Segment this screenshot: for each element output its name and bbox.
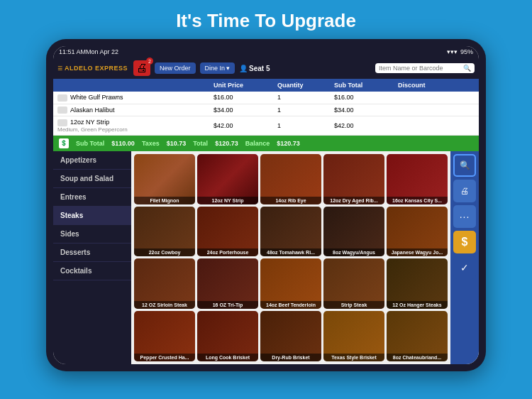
order-rows: White Gulf Prawns $16.00 1 $16.00 Alaska… [53, 92, 479, 136]
table-row[interactable]: White Gulf Prawns $16.00 1 $16.00 [53, 92, 479, 104]
menu-item-long-cook-brisket[interactable]: Long Cook Brisket [197, 311, 258, 361]
menu-item-14oz-tenderloin[interactable]: 14oz Beef Tenderloin [260, 258, 321, 309]
logo-text: ALDELO EXPRESS [65, 65, 128, 72]
item-subtotal: $34.00 [334, 106, 398, 114]
menu-item-japanese-wagyu[interactable]: Japanese Wagyu Jo... [387, 207, 448, 257]
menu-item-filet-mignon[interactable]: Filet Mignon [134, 154, 195, 204]
dollar-icon: $ [462, 236, 468, 248]
summary-icon: 💲 [59, 138, 69, 148]
top-nav: ≡ ALDELO EXPRESS 🖨 2 New Order Dine In ▾… [53, 58, 479, 79]
col-subtotal: Sub Total [334, 82, 398, 89]
status-time: 11:51 AM [59, 48, 86, 55]
menu-item-8oz-wagyu-angus[interactable]: 8oz Wagyu/Angus [323, 207, 384, 257]
col-quantity: Quantity [277, 82, 334, 89]
menu-item-16oz-tri-tip[interactable]: 16 OZ Tri-Tip [197, 258, 258, 309]
payment-button[interactable]: $ [453, 231, 476, 253]
printer-button[interactable]: 🖨 2 [133, 60, 150, 76]
print-button[interactable]: 🖨 [453, 180, 476, 202]
menu-item-12oz-hanger[interactable]: 12 Oz Hanger Steaks [387, 258, 448, 309]
page-title: It's Time To Upgrade [0, 0, 532, 39]
sidebar-item-entrees[interactable]: Entrees [53, 188, 131, 207]
item-note: Medium, Green Peppercorn [57, 126, 214, 133]
menu-item-12oz-ny-strip[interactable]: 12oz NY Strip [197, 154, 258, 204]
main-area: Appetizers Soup and Salad Entrees Steaks… [53, 151, 479, 364]
battery-status: 95% [460, 48, 473, 55]
menu-grid: Filet Mignon 12oz NY Strip 14oz Rib Eye … [131, 151, 450, 364]
menu-item-12oz-dry-aged[interactable]: 12oz Dry Aged Rib... [323, 154, 384, 204]
tablet-frame: 11:51 AM Mon Apr 22 ▾▾▾ 95% ≡ ALDELO EXP… [46, 39, 486, 371]
item-subtotal: $16.00 [334, 94, 398, 101]
sidebar-item-sides[interactable]: Sides [53, 225, 131, 244]
item-subtotal: $42.00 [334, 122, 398, 129]
total-value: $120.73 [215, 140, 238, 147]
menu-item-14oz-rib-eye[interactable]: 14oz Rib Eye [260, 154, 321, 204]
hamburger-icon[interactable]: ≡ [57, 63, 62, 73]
menu-item-16oz-kansas[interactable]: 16oz Kansas City S... [387, 154, 448, 204]
summary-bar: 💲 Sub Total $110.00 Taxes $10.73 Total $… [53, 136, 479, 151]
right-action-bar: 🔍 🖨 ··· $ ✓ [450, 151, 479, 364]
order-search-icon: 🔍 [460, 160, 470, 170]
dine-in-button[interactable]: Dine In ▾ [200, 62, 235, 74]
sidebar-item-desserts[interactable]: Desserts [53, 244, 131, 262]
seat-icon: 👤 [239, 65, 248, 72]
more-icon: ··· [460, 211, 470, 222]
balance-label: Balance [245, 140, 270, 147]
menu-item-dry-rub-brisket[interactable]: Dry-Rub Brisket [260, 311, 321, 361]
col-unit-price: Unit Price [214, 82, 277, 89]
menu-item-24oz-porterhouse[interactable]: 24oz Porterhouse [197, 207, 258, 257]
table-header: Unit Price Quantity Sub Total Discount [53, 79, 479, 92]
menu-item-pepper-crusted[interactable]: Pepper Crusted Ha... [134, 311, 195, 361]
col-discount: Discount [398, 82, 455, 89]
item-name: 12oz NY Strip [57, 119, 109, 126]
item-unit-price: $42.00 [214, 122, 277, 129]
nav-logo: ≡ ALDELO EXPRESS [57, 63, 128, 73]
sidebar-item-cocktails[interactable]: Cocktails [53, 262, 131, 280]
menu-item-strip-steak[interactable]: Strip Steak [323, 258, 384, 309]
status-date: Mon Apr 22 [86, 48, 118, 55]
item-unit-price: $34.00 [214, 106, 277, 114]
menu-item-48oz-tomahawk[interactable]: 48oz Tomahawk Ri... [260, 207, 321, 257]
printer-icon: 🖨 [136, 62, 148, 75]
item-quantity: 1 [277, 122, 334, 129]
sidebar-item-appetizers[interactable]: Appetizers [53, 151, 131, 170]
item-quantity: 1 [277, 106, 334, 114]
item-name: Alaskan Halibut [57, 106, 214, 114]
taxes-label: Taxes [142, 140, 160, 147]
balance-value: $120.73 [277, 140, 300, 147]
item-name: White Gulf Prawns [57, 94, 214, 102]
chevron-down-icon: ▾ [226, 65, 230, 72]
taxes-value: $10.73 [167, 140, 187, 147]
menu-item-chateaubriand[interactable]: 8oz Chateaubriand... [387, 311, 448, 361]
search-icon: 🔍 [463, 65, 471, 72]
menu-item-texas-brisket[interactable]: Texas Style Brisket [323, 311, 384, 361]
total-label: Total [193, 140, 208, 147]
new-order-button[interactable]: New Order [155, 62, 196, 74]
tablet-screen: 11:51 AM Mon Apr 22 ▾▾▾ 95% ≡ ALDELO EXP… [53, 46, 479, 364]
printer-badge: 2 [146, 58, 153, 65]
subtotal-value: $110.00 [111, 140, 135, 147]
table-row[interactable]: 12oz NY Strip Medium, Green Peppercorn $… [53, 116, 479, 136]
menu-item-22oz-cowboy[interactable]: 22oz Cowboy [134, 207, 195, 257]
status-bar: 11:51 AM Mon Apr 22 ▾▾▾ 95% [53, 46, 479, 58]
seat-selector[interactable]: 👤 Seat 5 [239, 65, 270, 72]
sidebar-item-steaks[interactable]: Steaks [53, 207, 131, 225]
order-search-button[interactable]: 🔍 [453, 154, 476, 177]
menu-item-12oz-sirloin[interactable]: 12 OZ Sirloin Steak [134, 258, 195, 309]
check-icon: ✓ [460, 262, 469, 273]
subtotal-label: Sub Total [76, 140, 104, 147]
item-quantity: 1 [277, 94, 334, 101]
sidebar: Appetizers Soup and Salad Entrees Steaks… [53, 151, 131, 364]
sidebar-item-soup-salad[interactable]: Soup and Salad [53, 170, 131, 188]
print-icon: 🖨 [460, 186, 469, 196]
more-options-button[interactable]: ··· [453, 205, 476, 228]
wifi-icon: ▾▾▾ [447, 48, 458, 55]
table-row[interactable]: Alaskan Halibut $34.00 1 $34.00 [53, 104, 479, 117]
search-bar[interactable]: 🔍 [375, 63, 475, 73]
item-unit-price: $16.00 [214, 94, 277, 101]
confirm-button[interactable]: ✓ [453, 256, 476, 279]
search-input[interactable] [379, 65, 463, 72]
